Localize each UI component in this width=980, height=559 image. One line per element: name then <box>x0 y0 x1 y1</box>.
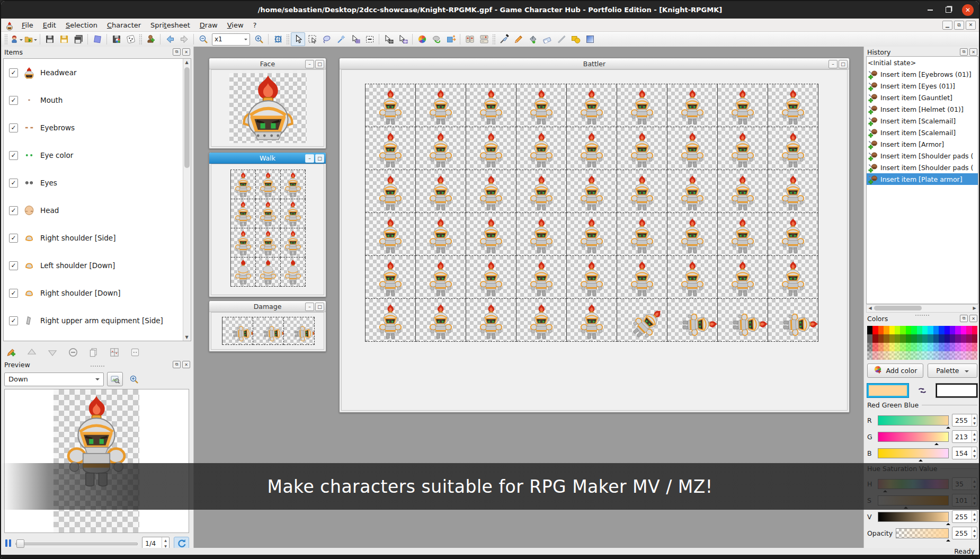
palette-swatch[interactable] <box>911 351 916 360</box>
palette-swatch[interactable] <box>900 351 905 360</box>
palette-swatch[interactable] <box>900 334 905 343</box>
sprite-cell[interactable] <box>366 213 416 256</box>
palette-swatch[interactable] <box>939 351 944 360</box>
float-icon[interactable]: ⧉ <box>960 48 968 56</box>
sprite-cell[interactable] <box>516 256 567 299</box>
item-checkbox[interactable]: ✓ <box>9 316 18 325</box>
palette-swatch[interactable] <box>955 334 960 343</box>
sprite-cell[interactable] <box>253 317 284 345</box>
history-entry[interactable]: Insert item [Plate armor] <box>867 173 978 185</box>
tool-select-pixel-icon[interactable] <box>348 32 362 46</box>
sprite-cell[interactable] <box>281 199 306 228</box>
item-row[interactable]: ✓Right upper arm equipment [Side] <box>4 307 191 334</box>
palette-swatch[interactable] <box>872 343 878 351</box>
deselect-icon[interactable] <box>362 32 377 46</box>
history-entry[interactable]: Insert item [Eyebrows (01)] <box>867 68 978 80</box>
sprite-cell[interactable] <box>718 127 768 170</box>
battler-window-titlebar[interactable]: Battler –□ <box>340 58 849 69</box>
sprite-cell[interactable] <box>617 84 667 127</box>
scroll-up-icon[interactable]: ▲ <box>183 59 190 66</box>
zoom-level-combo[interactable]: x1 <box>212 33 250 46</box>
sprite-cell[interactable] <box>466 127 516 170</box>
sprite-cell[interactable] <box>667 170 718 213</box>
slider-marker[interactable] <box>919 459 923 462</box>
sprite-cell[interactable] <box>567 84 617 127</box>
palette-swatch[interactable] <box>872 351 878 360</box>
translate-part-icon[interactable] <box>443 32 458 46</box>
palette-swatch[interactable] <box>933 351 939 360</box>
randomize-icon[interactable] <box>123 32 138 46</box>
maximize-icon[interactable]: □ <box>315 303 324 311</box>
close-icon[interactable]: ✕ <box>182 361 190 368</box>
menu-?[interactable]: ? <box>248 20 262 30</box>
sprite-cell[interactable] <box>466 170 516 213</box>
item-checkbox[interactable]: ✓ <box>9 151 18 160</box>
palette-swatch[interactable] <box>972 343 977 351</box>
palette-swatch[interactable] <box>961 326 966 334</box>
tool-select-icon[interactable] <box>291 32 305 46</box>
palette-swatch[interactable] <box>867 343 872 351</box>
close-icon[interactable]: ✕ <box>182 48 190 56</box>
item-row[interactable]: ✓Headwear <box>4 59 191 86</box>
palette-swatch[interactable] <box>922 343 928 351</box>
item-checkbox[interactable]: ✓ <box>9 179 18 188</box>
slider-thumb[interactable] <box>16 539 24 548</box>
move-up-icon[interactable] <box>25 345 39 359</box>
sprite-cell[interactable] <box>416 127 466 170</box>
pencil-icon[interactable] <box>511 32 525 46</box>
menu-view[interactable]: View <box>222 20 248 30</box>
palette-swatch[interactable] <box>884 343 889 351</box>
palette-swatch[interactable] <box>900 326 905 334</box>
channel-slider[interactable] <box>878 432 949 442</box>
palette-swatch[interactable] <box>950 351 955 360</box>
sprite-cell[interactable] <box>416 84 466 127</box>
palette-swatch[interactable] <box>939 334 944 343</box>
palette-swatch[interactable] <box>917 351 922 360</box>
sprite-cell[interactable] <box>466 299 516 342</box>
palette-swatch[interactable] <box>889 334 895 343</box>
spin-up-icon[interactable]: ▲ <box>972 511 977 517</box>
menu-file[interactable]: File <box>17 20 38 30</box>
palette-dropdown[interactable]: Palette <box>928 363 977 378</box>
open-folder-icon[interactable] <box>23 32 38 46</box>
menu-draw[interactable]: Draw <box>195 20 222 30</box>
tool-magic-wand-icon[interactable] <box>334 32 348 46</box>
damage-canvas[interactable] <box>211 312 324 350</box>
maximize-icon[interactable]: □ <box>315 60 324 68</box>
sprite-cell[interactable] <box>516 84 567 127</box>
palette-swatch[interactable] <box>911 343 916 351</box>
item-checkbox[interactable]: ✓ <box>9 68 18 77</box>
item-checkbox[interactable]: ✓ <box>9 96 18 105</box>
swap-colors-icon[interactable] <box>908 385 936 396</box>
chevron-down-icon[interactable] <box>20 39 23 42</box>
palette-swatch[interactable] <box>933 326 939 334</box>
spin-down-icon[interactable]: ▼ <box>972 453 977 459</box>
mdi-close-icon[interactable]: ✕ <box>966 21 976 30</box>
history-entry[interactable]: Insert item [Shoulder pads ( <box>867 162 978 173</box>
palette-swatch[interactable] <box>945 343 950 351</box>
channel-spinner[interactable]: 101▲▼ <box>952 494 977 507</box>
split-item-icon[interactable] <box>108 345 121 359</box>
history-entry[interactable]: Insert item [Armor] <box>867 138 978 150</box>
face-canvas[interactable] <box>211 69 324 147</box>
manage-parts-icon[interactable] <box>144 32 158 46</box>
palette-swatch[interactable] <box>878 326 884 334</box>
save-as-icon[interactable] <box>57 32 71 46</box>
palette-swatch[interactable] <box>945 334 950 343</box>
palette-swatch[interactable] <box>884 334 889 343</box>
export-sheet-icon[interactable] <box>90 32 104 46</box>
menu-edit[interactable]: Edit <box>38 20 61 30</box>
slider-marker[interactable] <box>946 523 950 525</box>
maximize-icon[interactable]: □ <box>839 60 848 68</box>
sprite-cell[interactable] <box>466 213 516 256</box>
sprite-cell[interactable] <box>281 170 306 199</box>
sprite-cell[interactable] <box>617 170 667 213</box>
primary-color-swatch[interactable] <box>867 384 908 397</box>
sprite-cell[interactable] <box>366 84 416 127</box>
history-entry[interactable]: Insert item [Helmet (01)] <box>867 103 978 115</box>
spin-up-icon[interactable]: ▲ <box>972 414 977 420</box>
walk-window-titlebar[interactable]: Walk –□ <box>209 153 326 164</box>
remove-item-icon[interactable] <box>66 345 80 359</box>
float-icon[interactable]: ⧉ <box>960 315 968 322</box>
sprite-cell[interactable] <box>667 84 718 127</box>
